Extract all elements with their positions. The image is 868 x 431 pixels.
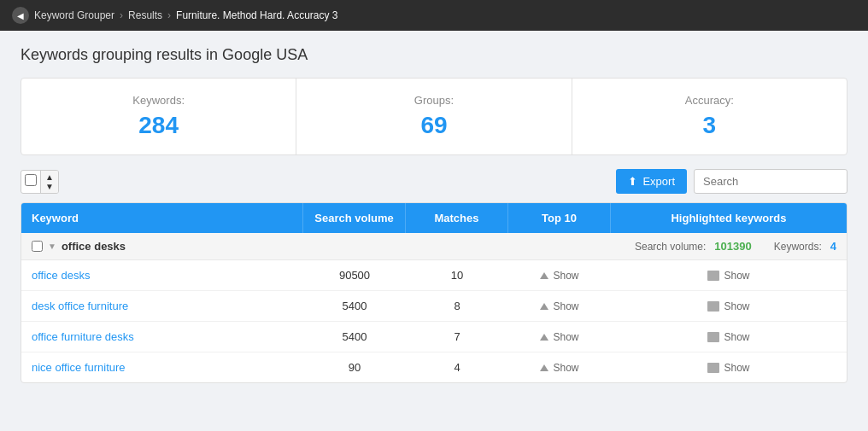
stat-accuracy-label: Accuracy:	[581, 94, 838, 107]
results-table: Keyword Search volume Matches Top 10 Hig…	[21, 202, 847, 383]
td-search-volume: 90500	[303, 260, 406, 290]
sort-button[interactable]: ▲ ▼	[40, 171, 58, 193]
stat-groups: Groups: 69	[296, 79, 572, 154]
td-top10[interactable]: Show	[508, 353, 611, 382]
td-highlighted[interactable]: Show	[611, 292, 847, 321]
arrow-up-icon	[540, 364, 548, 371]
th-search-volume: Search volume	[303, 203, 406, 233]
highlighted-show-btn[interactable]: Show	[621, 331, 836, 343]
group-kw-value: 4	[830, 240, 836, 253]
top10-show-btn[interactable]: Show	[519, 270, 601, 282]
stat-groups-label: Groups:	[305, 94, 562, 107]
toolbar: ▲ ▼ ⬆ Export	[21, 169, 847, 194]
group-row-right: Search volume: 101390 Keywords: 4	[635, 240, 836, 253]
td-highlighted[interactable]: Show	[611, 353, 847, 382]
th-top10: Top 10	[508, 203, 611, 233]
breadcrumb-sep-1: ›	[120, 9, 123, 21]
td-keyword: office desks	[21, 260, 303, 290]
breadcrumb-keyword-grouper[interactable]: Keyword Grouper	[34, 9, 114, 21]
group-name: office desks	[62, 240, 126, 253]
table-row: desk office furniture 5400 8 Show Show	[21, 291, 847, 322]
keyword-link[interactable]: office furniture desks	[32, 330, 134, 343]
td-top10[interactable]: Show	[508, 261, 611, 290]
th-highlighted: Highlighted keywords	[611, 203, 847, 233]
top10-show-btn[interactable]: Show	[519, 362, 601, 374]
highlighted-show-label: Show	[724, 331, 749, 343]
highlighted-show-btn[interactable]: Show	[621, 300, 836, 312]
th-keyword: Keyword	[21, 203, 303, 233]
toolbar-right: ⬆ Export	[616, 169, 847, 194]
td-highlighted[interactable]: Show	[611, 261, 847, 290]
page-content: Keywords grouping results in Google USA …	[0, 31, 868, 399]
image-icon	[707, 301, 719, 312]
table-row: office furniture desks 5400 7 Show Show	[21, 322, 847, 352]
stat-keywords-label: Keywords:	[30, 94, 287, 107]
top10-show-btn[interactable]: Show	[519, 300, 601, 312]
td-search-volume: 90	[303, 352, 406, 382]
breadcrumb-current: Furniture. Method Hard. Accuracy 3	[176, 9, 337, 21]
topbar: ◀ Keyword Grouper › Results › Furniture.…	[0, 0, 868, 31]
stats-box: Keywords: 284 Groups: 69 Accuracy: 3	[21, 78, 847, 155]
td-search-volume: 5400	[303, 291, 406, 321]
top10-show-label: Show	[553, 300, 578, 312]
group-row-left: ▼ office desks	[32, 240, 126, 253]
export-label: Export	[642, 175, 675, 188]
td-keyword: nice office furniture	[21, 352, 303, 382]
page-title: Keywords grouping results in Google USA	[21, 46, 847, 64]
td-matches: 8	[406, 291, 508, 321]
toolbar-left: ▲ ▼	[21, 170, 59, 194]
stat-accuracy: Accuracy: 3	[572, 79, 847, 154]
td-top10[interactable]: Show	[508, 292, 611, 321]
td-matches: 7	[406, 322, 508, 352]
image-icon	[707, 332, 719, 342]
highlighted-show-btn[interactable]: Show	[621, 270, 836, 282]
top10-show-label: Show	[553, 331, 578, 343]
keyword-link[interactable]: desk office furniture	[32, 300, 128, 312]
arrow-up-icon	[540, 334, 548, 341]
td-matches: 10	[406, 260, 508, 290]
highlighted-show-label: Show	[724, 270, 749, 282]
group-search-vol-value: 101390	[714, 240, 751, 253]
group-row-office-desks: ▼ office desks Search volume: 101390 Key…	[21, 233, 847, 260]
highlighted-show-label: Show	[724, 362, 749, 374]
stat-keywords-value: 284	[30, 112, 287, 139]
stat-groups-value: 69	[305, 112, 562, 139]
td-highlighted[interactable]: Show	[611, 323, 847, 352]
keyword-link[interactable]: office desks	[32, 269, 90, 282]
top10-show-label: Show	[553, 362, 578, 374]
top10-show-label: Show	[553, 270, 578, 282]
table-row: nice office furniture 90 4 Show Show	[21, 352, 847, 382]
table-header: Keyword Search volume Matches Top 10 Hig…	[21, 203, 847, 233]
image-icon	[707, 271, 719, 281]
arrow-up-icon	[540, 303, 548, 310]
td-search-volume: 5400	[303, 322, 406, 352]
td-matches: 4	[406, 352, 508, 382]
collapse-icon[interactable]: ▼	[48, 242, 56, 251]
group-kw-label: Keywords:	[774, 241, 822, 253]
arrow-up-icon	[540, 272, 548, 279]
search-input[interactable]	[694, 169, 847, 194]
top10-show-btn[interactable]: Show	[519, 331, 601, 343]
table-row: office desks 90500 10 Show Show	[21, 260, 847, 291]
keyword-link[interactable]: nice office furniture	[32, 361, 126, 374]
stat-accuracy-value: 3	[581, 112, 838, 139]
td-keyword: office furniture desks	[21, 322, 303, 352]
highlighted-show-label: Show	[724, 300, 749, 312]
checkbox-sort-control[interactable]: ▲ ▼	[21, 170, 59, 194]
highlighted-show-btn[interactable]: Show	[621, 362, 836, 374]
breadcrumb-sep-2: ›	[167, 9, 171, 21]
group-search-vol-label: Search volume:	[635, 241, 706, 253]
th-matches: Matches	[406, 203, 508, 233]
group-checkbox[interactable]	[32, 241, 43, 252]
stat-keywords: Keywords: 284	[21, 79, 296, 154]
td-top10[interactable]: Show	[508, 323, 611, 352]
td-keyword: desk office furniture	[21, 291, 303, 321]
select-all-checkbox[interactable]	[25, 174, 37, 186]
export-icon: ⬆	[628, 175, 637, 188]
export-button[interactable]: ⬆ Export	[616, 169, 687, 194]
topbar-logo: ◀	[12, 7, 29, 24]
breadcrumb-results[interactable]: Results	[128, 9, 162, 21]
image-icon	[707, 363, 719, 373]
